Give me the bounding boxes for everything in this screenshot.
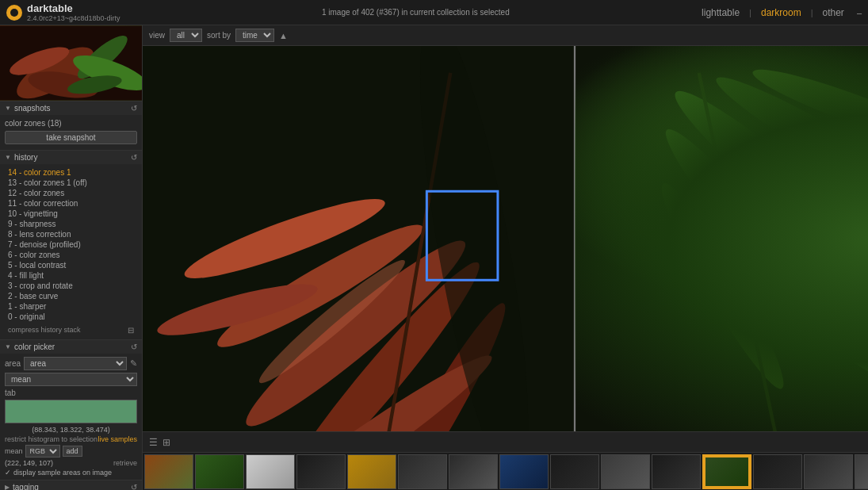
film-thumb-7[interactable] (499, 454, 549, 489)
nav-other[interactable]: other (820, 6, 847, 20)
tagging-title: tagging (13, 483, 39, 490)
film-thumb-3[interactable] (296, 454, 346, 489)
film-thumb-14[interactable] (855, 454, 868, 489)
film-thumb-0[interactable] (144, 454, 193, 489)
top-bar: darktable 2.4.0rc2+13~g4c8d18b0-dirty 1 … (0, 0, 868, 25)
history-item-14[interactable]: 0 - original (5, 312, 137, 322)
film-thumb-9[interactable] (601, 454, 650, 489)
snapshots-reset-icon[interactable]: ↺ (131, 104, 137, 113)
live-samples-btn[interactable]: live samples (98, 435, 137, 443)
image-viewport[interactable] (143, 46, 868, 431)
color-picker-area-row: area area ✎ (5, 357, 137, 370)
nav-lighttable[interactable]: lighttable (698, 6, 743, 20)
bottom-bar: ☰ ⊞ ⊡ ⊞ ⊕ (143, 431, 868, 452)
area-label: area (5, 359, 21, 368)
sort-select[interactable]: time (235, 29, 274, 42)
cp-values: (88.343, 18.322, 38.474) (5, 426, 137, 434)
color-picker-pick-icon[interactable]: ✎ (130, 358, 137, 369)
color-picker-arrow: ▼ (5, 343, 11, 350)
app-logo-icon (6, 5, 22, 21)
retrieve-btn[interactable]: retrieve (113, 459, 137, 467)
history-item-12[interactable]: 2 - base curve (5, 291, 137, 301)
history-content: 14 - color zones 1 13 - color zones 1 (o… (0, 164, 142, 339)
thumbnail-area: ⤢ (0, 25, 142, 101)
nav-sep-2: | (811, 8, 813, 17)
film-thumb-6[interactable] (449, 454, 498, 489)
thumbnail-image (0, 25, 142, 101)
view-bar: view all sort by time ▲ ★ ⊞ ⚙ (143, 25, 868, 46)
history-item-5[interactable]: 9 - sharpness (5, 219, 137, 229)
add-sample-button[interactable]: add (63, 446, 82, 457)
film-thumb-selected[interactable] (702, 454, 751, 489)
rgb-values: (222, 149, 107) (5, 459, 53, 467)
history-item-3[interactable]: 11 - color correction (5, 198, 137, 209)
history-reset-icon[interactable]: ↺ (131, 153, 137, 162)
filmstrip (143, 452, 868, 490)
history-item-8[interactable]: 6 - color zones (5, 250, 137, 260)
history-header[interactable]: ▼ history ↺ (0, 150, 142, 164)
color-picker-title: color picker (14, 343, 55, 351)
tagging-reset-icon[interactable]: ↺ (131, 483, 137, 490)
history-item-9[interactable]: 5 - local contrast (5, 260, 137, 270)
history-item-6[interactable]: 8 - lens correction (5, 229, 137, 239)
compress-history-btn[interactable]: compress history stack (5, 324, 84, 336)
app-version: 2.4.0rc2+13~g4c8d18b0-dirty (27, 14, 120, 22)
history-item-10[interactable]: 4 - fill light (5, 270, 137, 281)
main-image (143, 46, 868, 431)
svg-point-1 (10, 9, 18, 17)
film-thumb-5[interactable] (398, 454, 447, 489)
main-area: ⤢ ▼ snapshots ↺ color zones (18) take sn… (0, 25, 868, 490)
color-picker-header[interactable]: ▼ color picker ↺ (0, 339, 142, 354)
filmstrip-toggle-button[interactable]: ⊞ (163, 437, 170, 448)
nav-close-btn[interactable]: – (857, 8, 862, 17)
image-right-half (575, 46, 868, 431)
mean-select-inner[interactable]: mean (5, 373, 137, 386)
history-item-13[interactable]: 1 - sharper (5, 301, 137, 312)
film-thumb-13[interactable] (804, 454, 853, 489)
history-item-4[interactable]: 10 - vignetting (5, 209, 137, 219)
tagging-arrow: ▶ (5, 484, 10, 490)
mean-mode-label: mean (5, 447, 23, 455)
snapshots-header[interactable]: ▼ snapshots ↺ (0, 101, 142, 115)
left-panel: ⤢ ▼ snapshots ↺ color zones (18) take sn… (0, 25, 143, 490)
app-title: darktable (27, 2, 120, 14)
history-item-2[interactable]: 12 - color zones (5, 188, 137, 198)
history-item-1[interactable]: 13 - color zones 1 (off) (5, 178, 137, 188)
take-snapshot-button[interactable]: take snapshot (5, 131, 137, 144)
film-thumb-1[interactable] (195, 454, 244, 489)
color-picker-mean-row: mean (5, 373, 137, 386)
color-picker-tab-row: tab (5, 389, 137, 397)
film-thumb-10[interactable] (652, 454, 701, 489)
history-item-0[interactable]: 14 - color zones 1 (5, 167, 137, 178)
view-label: view (149, 31, 165, 40)
app-logo: darktable 2.4.0rc2+13~g4c8d18b0-dirty (6, 2, 120, 22)
rgb-mode-select[interactable]: RGB (25, 445, 60, 457)
sort-order-button[interactable]: ▲ (279, 31, 288, 40)
tagging-header[interactable]: ▶ tagging ↺ (0, 480, 142, 490)
nav-darkroom[interactable]: darkroom (758, 6, 805, 20)
mean-mode-row: mean RGB add (5, 445, 137, 457)
display-sample-areas-check[interactable]: ✓ display sample areas on image (5, 469, 137, 477)
history-item-7[interactable]: 7 - denoise (profiled) (5, 239, 137, 250)
color-picker-reset-icon[interactable]: ↺ (131, 343, 137, 351)
snapshots-content: color zones (18) take snapshot (0, 115, 142, 150)
compress-history-icon[interactable]: ⊟ (124, 324, 137, 336)
top-nav: lighttable | darkroom | other – (698, 6, 862, 20)
view-select[interactable]: all (170, 29, 202, 42)
display-check-label: display sample areas on image (13, 469, 112, 477)
tab-label: tab (5, 389, 16, 397)
color-picker-section: area area ✎ mean tab (88.343, 18.322, 38… (0, 354, 142, 480)
history-item-11[interactable]: 3 - crop and rotate (5, 281, 137, 291)
film-thumb-8[interactable] (550, 454, 599, 489)
area-select[interactable]: area (24, 357, 127, 370)
history-arrow: ▼ (5, 154, 11, 161)
film-thumb-4[interactable] (347, 454, 396, 489)
center-area: view all sort by time ▲ ★ ⊞ ⚙ (143, 25, 868, 490)
restrict-histogram-link[interactable]: restrict histogram to selection (5, 435, 98, 443)
film-thumb-12[interactable] (753, 454, 802, 489)
layout-button[interactable]: ☰ (149, 437, 158, 448)
nav-sep-1: | (749, 8, 751, 17)
snapshot-item[interactable]: color zones (18) (5, 118, 137, 128)
snapshots-arrow: ▼ (5, 105, 11, 112)
film-thumb-2[interactable] (246, 454, 295, 489)
